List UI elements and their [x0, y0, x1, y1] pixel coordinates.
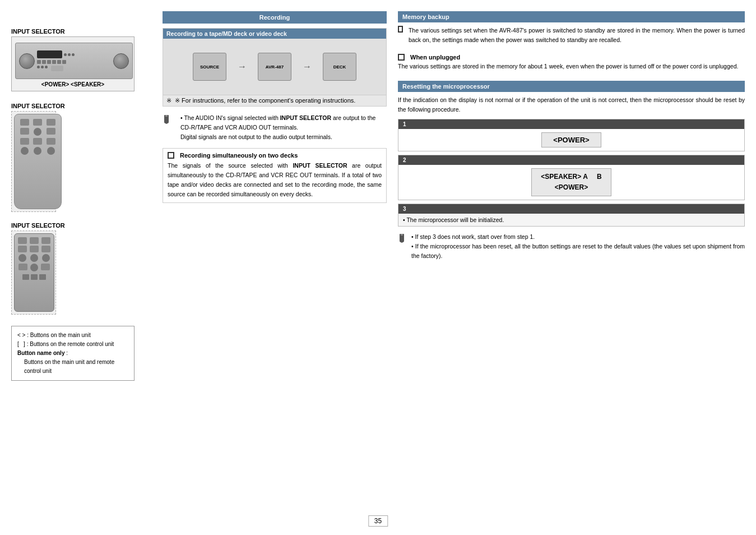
mid-pencil-section: • The AUDIO IN's signal selected with IN… [163, 111, 387, 144]
device-label-1: <POWER> <SPEAKER> [15, 81, 131, 87]
legend-line3: Button name only : [17, 349, 128, 358]
remote-btn-round [30, 264, 38, 271]
step1-power-label: <POWER> [541, 132, 601, 147]
input-selector-label-2: INPUT SELECTOR [11, 103, 65, 109]
section2-body: The signals of the source selected with … [168, 161, 382, 199]
mid-header: Recording [163, 11, 387, 24]
svg-marker-1 [164, 123, 169, 124]
remote-btn-row [17, 264, 52, 271]
remote-btn [33, 119, 42, 126]
main-unit-image [15, 43, 133, 79]
remote-btn [30, 237, 39, 244]
legend-bold: Button name only [17, 350, 64, 356]
legend-text-1: : Buttons on the main unit [27, 332, 90, 338]
mid-section-1-header: Recording to a tape/MD deck or video dec… [163, 29, 386, 39]
right-section1-body: The various settings set when the AVR-48… [409, 26, 745, 45]
middle-column: Recording Recording to a tape/MD deck or… [157, 11, 392, 524]
checkbox-icon-2 [398, 26, 403, 33]
step-1-content: <POWER> [398, 129, 744, 151]
legend-symbol-1: < > [17, 332, 25, 338]
legend-line4: Buttons on the main unit and remote cont… [24, 358, 128, 376]
unit-dot [64, 53, 67, 56]
remote-btn [20, 128, 29, 135]
svg-rect-2 [165, 115, 168, 117]
right-section3-intro: If the indication on the display is not … [398, 95, 745, 114]
unit-dot [37, 66, 40, 68]
legend-line2: [ ] : Buttons on the remote control unit [17, 340, 128, 349]
unit-dot [41, 66, 44, 68]
remote-btn-row [17, 246, 52, 252]
right-knob [113, 53, 129, 69]
left-knob [19, 53, 35, 69]
remote-btn [20, 138, 29, 145]
unit-display [37, 50, 62, 58]
legend-line1: < > : Buttons on the main unit [17, 331, 128, 340]
unit-dot [72, 53, 75, 56]
unit-btn [52, 60, 56, 64]
step-2-box: 2 <SPEAKER> A B<POWER> [398, 155, 745, 200]
remote-btn-round [21, 147, 29, 155]
mid-bullet-1: • The AUDIO IN's signal selected with IN… [180, 113, 387, 132]
right-note-bullet-2: • If the microprocessor has been reset, … [411, 242, 745, 261]
unit-btn [47, 60, 51, 64]
step-2-header: 2 [398, 155, 744, 165]
remote-btn [41, 237, 50, 244]
right-header-3: Resetting the microprocessor [398, 81, 745, 92]
svg-marker-4 [400, 242, 404, 243]
section2-title: Recording simultaneously on two decks [180, 152, 298, 159]
right-unplugged-section: When unplugged The various settings are … [398, 54, 745, 76]
remote-btn-row [18, 119, 58, 126]
step-3-header: 3 [398, 204, 744, 214]
right-note-bullets: • If step 3 does not work, start over fr… [411, 232, 745, 260]
input-selector-label-3: INPUT SELECTOR [11, 222, 65, 229]
mid-note-line: ※ ※ For instructions, refer to the compo… [163, 95, 386, 106]
remote-btn-round [42, 254, 50, 262]
right-note-bullet-1: • If step 3 does not work, start over fr… [411, 232, 745, 242]
remote-btn-round [34, 128, 41, 136]
remote-unit-2 [14, 233, 54, 312]
remote-btn [33, 138, 42, 145]
remote-btn-round [18, 254, 26, 262]
step-1-header: 1 [398, 119, 744, 129]
input-selector-label-1: INPUT SELECTOR [11, 28, 151, 35]
remote-unit-1 [14, 114, 62, 209]
remote-btn-row [17, 254, 52, 262]
right-memory-section: Memory backup The various settings set w… [398, 11, 745, 48]
pencil-icon [163, 114, 173, 126]
legend-symbol-2: [ ] [17, 341, 25, 347]
mid-section-1-diagram: SOURCE → AVR-487 → DECK [163, 39, 386, 95]
remote-btn [47, 128, 55, 135]
left-column: INPUT SELECTOR [11, 11, 157, 524]
remote-btn-round [34, 147, 41, 155]
step-3-content: • The microprocessor will be initialized… [398, 214, 744, 226]
step-2-content: <SPEAKER> A B<POWER> [398, 165, 744, 200]
mid-section-2: Recording simultaneously on two decks Th… [163, 148, 387, 202]
remote-btn-row [18, 147, 58, 155]
mid-note-bullets: • The AUDIO IN's signal selected with IN… [176, 113, 387, 141]
remote-btn-row [17, 237, 52, 244]
remote-btn [47, 119, 55, 126]
unit-btn [37, 60, 41, 64]
remote-btn-row [18, 128, 58, 136]
mid-bullet-2: Digital signals are not output to the au… [180, 132, 387, 142]
unit-buttons [37, 60, 111, 64]
remote-btn-round [47, 147, 55, 155]
unit-btn [57, 60, 61, 64]
remote-btn [47, 138, 55, 145]
legend-text-2: : Buttons on the remote control unit [27, 341, 114, 347]
step-3-box: 3 • The microprocessor will be initializ… [398, 204, 745, 227]
remote-btn [41, 246, 50, 252]
mid-section-1: Recording to a tape/MD deck or video dec… [163, 28, 387, 107]
right-note-section: • If step 3 does not work, start over fr… [398, 230, 745, 262]
pencil-icon-2 [398, 233, 408, 245]
remote-btn [18, 246, 27, 252]
legend-box: < > : Buttons on the main unit [ ] : But… [11, 326, 134, 381]
right-column: Memory backup The various settings set w… [392, 11, 745, 524]
step2-label: <SPEAKER> A B<POWER> [531, 168, 611, 196]
remote-bottom-row [22, 274, 46, 280]
unit-dot [45, 66, 48, 68]
mid-note-text: ※ For instructions, refer to the compone… [175, 97, 355, 104]
right-section2-body: The various settings are stored in the m… [398, 62, 745, 71]
unit-btn [42, 60, 46, 64]
remote-btn [30, 246, 39, 252]
